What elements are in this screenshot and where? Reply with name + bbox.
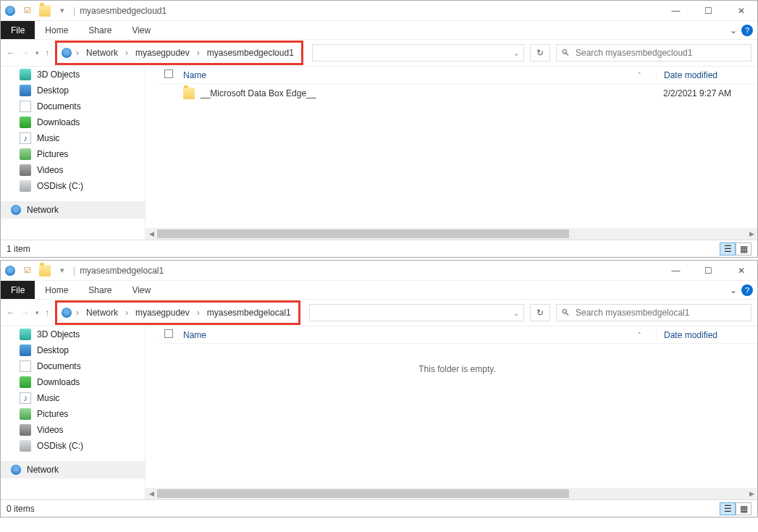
ribbon-tab-file[interactable]: File xyxy=(1,281,35,299)
sort-indicator-icon: ˄ xyxy=(638,72,641,79)
sidebar-item-downloads[interactable]: Downloads xyxy=(1,114,145,130)
nav-recent-icon[interactable]: ▾ xyxy=(35,49,39,56)
view-large-icons-button[interactable]: ▦ xyxy=(736,502,751,515)
sidebar-item-osdisk[interactable]: OSDisk (C:) xyxy=(1,178,145,194)
sidebar-item-3dobjects[interactable]: 3D Objects xyxy=(1,67,145,83)
qat-properties-icon[interactable]: ☑ xyxy=(21,4,34,17)
sidebar-item-label: Desktop xyxy=(37,85,69,96)
sidebar-item-pictures[interactable]: Pictures xyxy=(1,406,145,422)
qat-dropdown-icon[interactable]: ▾ xyxy=(56,4,69,17)
nav-row: ← → ▾ ↑ › Network › myasegpudev › myases… xyxy=(1,300,757,326)
scroll-track[interactable] xyxy=(157,488,746,499)
scroll-thumb[interactable] xyxy=(157,229,569,238)
nav-up-icon[interactable]: ↑ xyxy=(45,308,49,318)
search-input[interactable] xyxy=(574,47,746,59)
nav-up-icon[interactable]: ↑ xyxy=(45,48,49,58)
nav-back-icon[interactable]: ← xyxy=(7,48,15,58)
view-large-icons-button[interactable]: ▦ xyxy=(736,242,751,256)
minimize-button[interactable]: — xyxy=(660,261,692,281)
chevron-right-icon[interactable]: › xyxy=(122,48,131,58)
sidebar-item-videos[interactable]: Videos xyxy=(1,162,145,178)
file-row[interactable]: __Microsoft Data Box Edge__ 2/2/2021 9:2… xyxy=(157,84,757,103)
chevron-right-icon[interactable]: › xyxy=(194,48,203,58)
maximize-button[interactable]: ☐ xyxy=(692,261,725,281)
scroll-left-icon[interactable]: ◀ xyxy=(146,488,157,499)
chevron-right-icon[interactable]: › xyxy=(122,308,131,318)
nav-forward-icon[interactable]: → xyxy=(21,308,30,318)
scroll-thumb[interactable] xyxy=(157,489,569,498)
sidebar-item-network[interactable]: Network xyxy=(1,461,145,478)
view-details-button[interactable]: ☰ xyxy=(720,242,736,256)
select-all-checkbox[interactable] xyxy=(164,69,183,80)
ribbon-expand-icon[interactable]: ⌄ xyxy=(730,285,737,295)
breadcrumb-seg-2[interactable]: myasesmbedgecloud1 xyxy=(203,48,298,58)
breadcrumb-seg-0[interactable]: Network xyxy=(82,308,122,318)
scroll-right-icon[interactable]: ▶ xyxy=(746,228,757,240)
refresh-button[interactable]: ↻ xyxy=(530,44,550,62)
qat-newfolder-icon[interactable] xyxy=(38,264,51,277)
sidebar-item-osdisk[interactable]: OSDisk (C:) xyxy=(1,438,145,454)
chevron-right-icon[interactable]: › xyxy=(194,308,203,318)
search-box[interactable]: 🔍︎ xyxy=(556,44,751,62)
address-bar-rest[interactable]: ⌄ xyxy=(312,44,524,62)
ribbon-tab-home[interactable]: Home xyxy=(35,21,78,39)
documents-icon xyxy=(20,360,31,372)
disk-icon xyxy=(20,440,31,452)
sidebar-item-desktop[interactable]: Desktop xyxy=(1,83,145,98)
sidebar-item-downloads[interactable]: Downloads xyxy=(1,374,145,390)
maximize-button[interactable]: ☐ xyxy=(692,1,725,21)
breadcrumb-seg-2[interactable]: myasesmbedgelocal1 xyxy=(203,308,295,318)
3d-objects-icon xyxy=(20,329,31,340)
column-header-name[interactable]: Name xyxy=(183,330,206,340)
minimize-button[interactable]: — xyxy=(660,1,692,21)
sidebar-item-music[interactable]: ♪Music xyxy=(1,130,145,146)
scroll-track[interactable] xyxy=(157,228,746,240)
column-header-date[interactable]: Date modified xyxy=(656,330,750,340)
column-header-date[interactable]: Date modified xyxy=(656,70,750,80)
qat-dropdown-icon[interactable]: ▾ xyxy=(56,264,69,277)
qat-newfolder-icon[interactable] xyxy=(38,4,51,17)
nav-back-icon[interactable]: ← xyxy=(7,308,15,318)
horizontal-scrollbar[interactable]: ◀ ▶ xyxy=(146,488,757,499)
help-icon[interactable]: ? xyxy=(741,25,753,36)
ribbon-tab-share[interactable]: Share xyxy=(78,21,122,39)
sidebar-item-music[interactable]: ♪Music xyxy=(1,390,145,406)
help-icon[interactable]: ? xyxy=(741,284,753,296)
breadcrumb-seg-1[interactable]: myasegpudev xyxy=(131,48,194,58)
address-dropdown-icon[interactable]: ⌄ xyxy=(513,309,519,317)
ribbon-tab-view[interactable]: View xyxy=(122,281,161,299)
nav-recent-icon[interactable]: ▾ xyxy=(35,309,39,316)
ribbon-expand-icon[interactable]: ⌄ xyxy=(730,25,737,35)
qat-properties-icon[interactable]: ☑ xyxy=(21,264,34,277)
sidebar-item-videos[interactable]: Videos xyxy=(1,422,145,438)
breadcrumb-seg-0[interactable]: Network xyxy=(82,48,122,58)
search-box[interactable]: 🔍︎ xyxy=(556,304,751,321)
scroll-left-icon[interactable]: ◀ xyxy=(146,228,157,240)
chevron-right-icon[interactable]: › xyxy=(73,308,82,318)
address-bar-rest[interactable]: ⌄ xyxy=(309,304,524,321)
nav-forward-icon[interactable]: → xyxy=(21,48,30,58)
ribbon-tab-home[interactable]: Home xyxy=(35,281,78,299)
sidebar-item-3dobjects[interactable]: 3D Objects xyxy=(1,326,145,342)
close-button[interactable]: ✕ xyxy=(725,261,757,281)
address-dropdown-icon[interactable]: ⌄ xyxy=(513,49,519,57)
ribbon-tab-share[interactable]: Share xyxy=(78,281,122,299)
view-details-button[interactable]: ☰ xyxy=(720,502,736,515)
sidebar-item-desktop[interactable]: Desktop xyxy=(1,342,145,358)
sidebar-item-network[interactable]: Network xyxy=(1,201,145,219)
sidebar-item-pictures[interactable]: Pictures xyxy=(1,146,145,162)
sidebar-item-documents[interactable]: Documents xyxy=(1,98,145,114)
address-bar-highlight: › Network › myasegpudev › myasesmbedgecl… xyxy=(55,41,303,65)
search-input[interactable] xyxy=(574,307,746,318)
chevron-right-icon[interactable]: › xyxy=(73,48,82,58)
select-all-checkbox[interactable] xyxy=(164,329,183,340)
ribbon-tab-view[interactable]: View xyxy=(122,21,161,39)
sidebar-item-documents[interactable]: Documents xyxy=(1,358,145,374)
column-header-name[interactable]: Name xyxy=(183,70,206,80)
horizontal-scrollbar[interactable]: ◀ ▶ xyxy=(146,228,757,240)
ribbon-tab-file[interactable]: File xyxy=(1,21,35,39)
close-button[interactable]: ✕ xyxy=(725,1,757,21)
refresh-button[interactable]: ↻ xyxy=(530,304,550,321)
breadcrumb-seg-1[interactable]: myasegpudev xyxy=(131,308,194,318)
scroll-right-icon[interactable]: ▶ xyxy=(746,488,757,499)
